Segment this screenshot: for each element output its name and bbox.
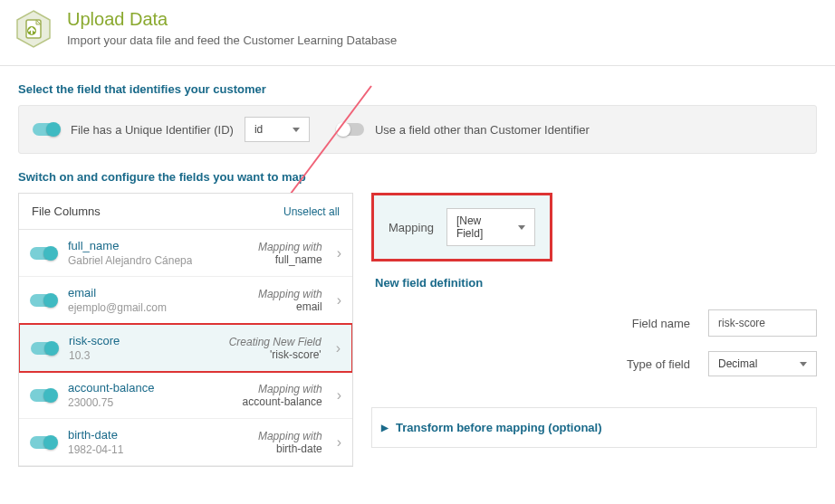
- type-of-field-select[interactable]: Decimal: [708, 351, 817, 376]
- type-of-field-value: Decimal: [718, 357, 757, 370]
- toggle-other-identifier[interactable]: [337, 123, 364, 136]
- column-map-value: 'risk-score': [229, 348, 322, 361]
- mapping-panel: Mapping [New Field] New field definition…: [371, 193, 817, 448]
- column-map-label: Mapping with: [258, 430, 322, 442]
- column-row-email[interactable]: email ejemplo@gmail.com Mapping with ema…: [19, 277, 352, 324]
- column-row-account-balance[interactable]: account-balance 23000.75 Mapping with ac…: [19, 372, 352, 419]
- column-name: account-balance: [68, 381, 154, 395]
- page-subtitle: Import your data file and feed the Custo…: [67, 33, 397, 47]
- toggle-column[interactable]: [31, 342, 58, 355]
- column-map-value: full_name: [258, 253, 322, 266]
- column-map-label: Mapping with: [258, 288, 322, 300]
- file-columns-title: File Columns: [32, 204, 101, 218]
- column-map-value: account-balance: [243, 395, 322, 408]
- file-columns-list[interactable]: full_name Gabriel Alejandro Cánepa Mappi…: [19, 230, 352, 466]
- chevron-right-icon: ›: [332, 340, 341, 357]
- column-sample: 10.3: [69, 349, 120, 362]
- chevron-down-icon: [518, 225, 525, 230]
- toggle-column[interactable]: [30, 247, 57, 260]
- toggle-column[interactable]: [30, 389, 57, 402]
- other-identifier-label: Use a field other than Customer Identifi…: [375, 123, 590, 137]
- toggle-unique-id[interactable]: [33, 123, 60, 136]
- triangle-right-icon: ▶: [381, 423, 389, 433]
- column-map-label: Creating New Field: [229, 336, 322, 348]
- column-row-birth-date[interactable]: birth-date 1982-04-11 Mapping with birth…: [19, 419, 352, 466]
- page-title: Upload Data: [67, 9, 397, 30]
- column-map-value: birth-date: [258, 442, 322, 455]
- field-name-input[interactable]: [708, 309, 817, 337]
- column-map-label: Mapping with: [258, 241, 322, 253]
- chevron-right-icon: ›: [333, 434, 341, 451]
- chevron-right-icon: ›: [333, 387, 341, 404]
- identifier-row: File has a Unique Identifier (ID) id Use…: [18, 105, 817, 154]
- field-name-label: Field name: [455, 317, 690, 330]
- unique-id-select-value: id: [254, 123, 263, 136]
- chevron-right-icon: ›: [333, 292, 341, 309]
- transform-accordion[interactable]: ▶ Transform before mapping (optional): [371, 407, 817, 448]
- unique-id-label: File has a Unique Identifier (ID): [71, 123, 234, 137]
- column-name: risk-score: [69, 334, 120, 347]
- column-row-risk-score[interactable]: risk-score 10.3 Creating New Field 'risk…: [19, 323, 352, 373]
- mapping-bar: Mapping [New Field]: [371, 193, 552, 262]
- column-sample: Gabriel Alejandro Cánepa: [68, 254, 192, 267]
- column-sample: ejemplo@gmail.com: [68, 301, 167, 314]
- column-sample: 23000.75: [68, 396, 154, 409]
- mapping-label: Mapping: [389, 221, 434, 234]
- column-map-value: email: [258, 300, 322, 313]
- mapping-select[interactable]: [New Field]: [446, 208, 535, 246]
- transform-label: Transform before mapping (optional): [396, 421, 602, 434]
- unselect-all-link[interactable]: Unselect all: [283, 205, 340, 218]
- column-map-label: Mapping with: [243, 383, 322, 395]
- column-name: birth-date: [68, 428, 123, 442]
- column-name: full_name: [68, 239, 192, 252]
- section-identify-label: Select the field that identifies your cu…: [0, 66, 835, 105]
- toggle-column[interactable]: [30, 294, 57, 307]
- file-columns-panel: File Columns Unselect all full_name Gabr…: [18, 193, 353, 467]
- mapping-select-value: [New Field]: [456, 214, 502, 240]
- chevron-right-icon: ›: [333, 245, 341, 262]
- upload-hex-icon: [14, 9, 53, 49]
- column-name: email: [68, 286, 167, 300]
- type-of-field-label: Type of field: [455, 357, 690, 371]
- section-map-label: Switch on and configure the fields you w…: [0, 154, 835, 193]
- chevron-down-icon: [293, 128, 300, 132]
- column-sample: 1982-04-11: [68, 443, 123, 456]
- new-field-definition-header: New field definition: [371, 262, 817, 302]
- chevron-down-icon: [800, 362, 807, 366]
- page-header: Upload Data Import your data file and fe…: [0, 0, 835, 66]
- column-row-full-name[interactable]: full_name Gabriel Alejandro Cánepa Mappi…: [19, 230, 352, 277]
- unique-id-select[interactable]: id: [245, 117, 310, 142]
- toggle-column[interactable]: [30, 436, 57, 449]
